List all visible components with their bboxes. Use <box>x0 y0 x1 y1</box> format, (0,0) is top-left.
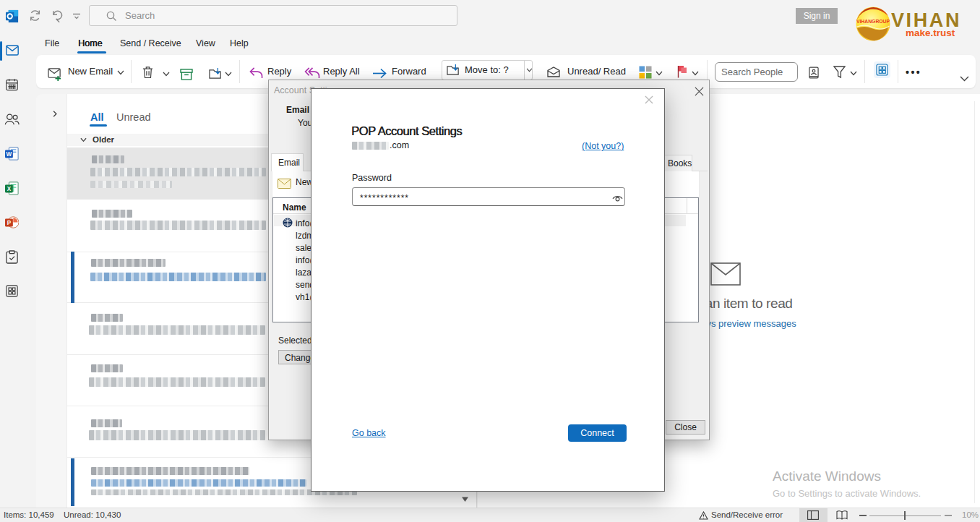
svg-text:P: P <box>7 220 12 226</box>
svg-text:W: W <box>7 151 12 158</box>
svg-text:X: X <box>7 186 12 192</box>
svg-text:VIHANGROUP: VIHANGROUP <box>856 19 890 24</box>
